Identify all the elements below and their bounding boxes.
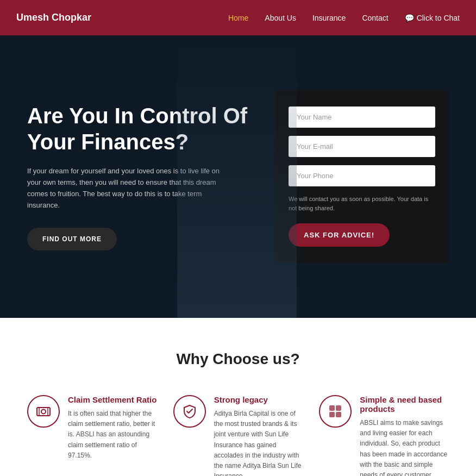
feature-content-1: Claim Settlement Ratio It is often said …: [68, 395, 157, 461]
nav-item-contact[interactable]: Contact: [362, 13, 388, 23]
feature-desc-2: Aditya Birla Capital is one of the most …: [214, 409, 303, 476]
features-grid: Claim Settlement Ratio It is often said …: [27, 395, 449, 476]
hero-form: We will contact you as soon as possible.…: [275, 90, 449, 263]
hero-description: If your dream for yourself and your love…: [27, 166, 223, 211]
feature-item-3: Simple & need based products ABSLI aims …: [319, 395, 449, 476]
name-input[interactable]: [289, 107, 435, 128]
feature-title-3: Simple & need based products: [360, 395, 449, 414]
phone-input[interactable]: [289, 165, 435, 186]
nav-item-home[interactable]: Home: [228, 13, 248, 23]
find-out-more-button[interactable]: FIND OUT MORE: [27, 228, 117, 250]
feature-desc-1: It is often said that higher the claim s…: [68, 409, 157, 461]
svg-rect-7: [336, 412, 341, 417]
hero-section: Are You In Control Of Your Finances? If …: [0, 35, 476, 318]
nav-link-about[interactable]: About Us: [265, 14, 296, 22]
legacy-icon-container: [173, 395, 206, 428]
shield-icon: [182, 404, 197, 419]
why-section: Why Choose us? Claim Settlement Ratio It…: [0, 318, 476, 476]
claim-ratio-icon: [27, 395, 60, 428]
feature-item-1: Claim Settlement Ratio It is often said …: [27, 395, 157, 476]
feature-desc-3: ABSLI aims to make savings and living ea…: [360, 418, 449, 476]
whatsapp-icon: 💬: [405, 14, 414, 22]
feature-content-2: Strong legacy Aditya Birla Capital is on…: [214, 395, 303, 476]
feature-title-1: Claim Settlement Ratio: [68, 395, 157, 404]
svg-rect-4: [330, 406, 334, 410]
grid-icon: [328, 404, 343, 419]
hero-left: Are You In Control Of Your Finances? If …: [27, 103, 275, 250]
hero-heading: Are You In Control Of Your Finances?: [27, 103, 253, 155]
nav-link-insurance[interactable]: Insurance: [312, 14, 346, 22]
feature-title-2: Strong legacy: [214, 395, 303, 404]
svg-rect-5: [336, 406, 341, 410]
navbar: Umesh Chopkar Home About Us Insurance Co…: [0, 0, 476, 35]
nav-item-insurance[interactable]: Insurance: [312, 13, 346, 23]
svg-point-1: [41, 410, 46, 414]
nav-item-chat[interactable]: 💬 Click to Chat: [405, 14, 460, 22]
nav-link-home[interactable]: Home: [228, 14, 248, 22]
navbar-links: Home About Us Insurance Contact 💬 Click …: [228, 13, 460, 23]
money-icon: [36, 404, 51, 419]
chat-label: Click to Chat: [417, 14, 460, 22]
nav-link-contact[interactable]: Contact: [362, 14, 388, 22]
svg-rect-6: [330, 412, 334, 417]
nav-link-chat[interactable]: 💬 Click to Chat: [405, 14, 460, 22]
feature-content-3: Simple & need based products ABSLI aims …: [360, 395, 449, 476]
nav-item-about[interactable]: About Us: [265, 13, 296, 23]
ask-advice-button[interactable]: ASK FOR ADVICE!: [289, 223, 390, 247]
form-disclaimer: We will contact you as soon as possible.…: [289, 195, 435, 212]
navbar-brand: Umesh Chopkar: [16, 12, 91, 23]
feature-item-2: Strong legacy Aditya Birla Capital is on…: [173, 395, 303, 476]
email-input[interactable]: [289, 136, 435, 157]
why-heading: Why Choose us?: [27, 350, 449, 368]
products-icon-container: [319, 395, 352, 428]
